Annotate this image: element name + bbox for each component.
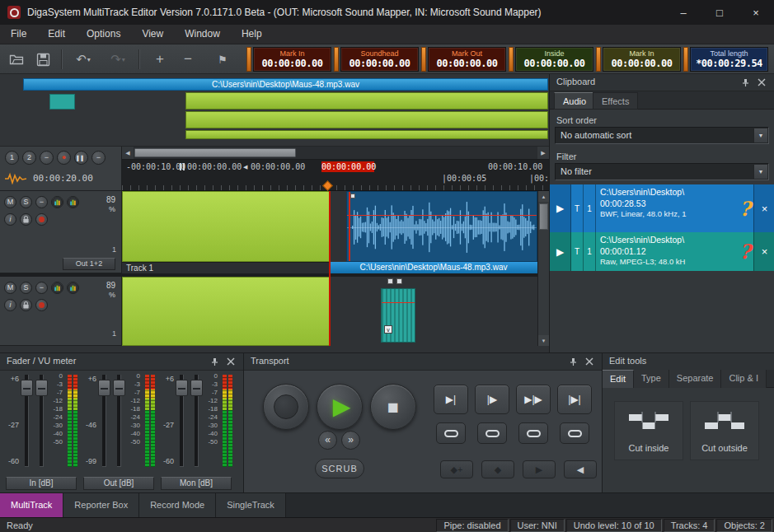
display-grip[interactable] <box>596 47 601 72</box>
clipboard-item-2[interactable]: ▶ T 1 C:\Users\nin\Desktop\ 00:00:01.12 … <box>550 232 774 271</box>
close-panel-icon[interactable] <box>227 357 237 366</box>
open-button[interactable] <box>5 49 28 69</box>
menu-item-view[interactable]: View <box>131 25 174 44</box>
save-button[interactable] <box>31 49 54 69</box>
fader-slider[interactable] <box>176 380 188 396</box>
record-button[interactable] <box>263 384 309 430</box>
skip-forward-button[interactable]: » <box>341 431 360 450</box>
play-from-mark-button[interactable]: |▶ <box>475 385 509 414</box>
loop-button-3[interactable] <box>518 422 548 444</box>
chevron-down-icon[interactable]: ▼ <box>753 128 767 142</box>
tab-effects[interactable]: Effects <box>593 92 638 110</box>
clip-handle[interactable] <box>350 194 355 198</box>
display-grip[interactable] <box>421 47 426 72</box>
undo-dropdown-icon[interactable]: ▾ <box>87 56 91 63</box>
pin-icon[interactable] <box>741 78 751 87</box>
display-grip[interactable] <box>246 47 251 72</box>
zoom-in-button[interactable]: + <box>148 49 171 69</box>
track1-lock-button[interactable] <box>20 213 32 226</box>
vertical-scrollbar[interactable]: ▲ ▼ <box>537 191 549 346</box>
track2-mute-button[interactable]: M <box>4 282 16 294</box>
marker-button[interactable]: ⚑ <box>211 49 234 69</box>
track1-mute-button[interactable]: M <box>4 196 16 208</box>
tab-reporter-box[interactable]: Reporter Box <box>63 493 139 517</box>
channel-1-button[interactable]: 1 <box>5 151 19 165</box>
menu-item-edit[interactable]: Edit <box>37 25 76 44</box>
zoom-out-button[interactable]: − <box>176 49 199 69</box>
track1-output-button[interactable]: Out 1+2 <box>63 258 115 270</box>
track2-info-button[interactable]: i <box>4 299 16 311</box>
redo-dropdown-icon[interactable]: ▾ <box>122 56 125 63</box>
track2-lock-button[interactable] <box>20 299 32 311</box>
tab-clip[interactable]: Clip & I <box>721 370 766 388</box>
menu-item-window[interactable]: Window <box>174 25 231 44</box>
loop-button-4[interactable] <box>560 422 589 444</box>
tab-audio[interactable]: Audio <box>554 92 595 110</box>
clipboard-item-1[interactable]: ▶ T 1 C:\Users\nin\Desktop\ 00:00:28.53 … <box>550 184 774 232</box>
track1-minimize-button[interactable]: − <box>35 196 48 208</box>
fader-slider[interactable] <box>113 380 125 396</box>
menu-item-file[interactable]: File <box>0 25 37 44</box>
clip-volume-line[interactable] <box>347 215 537 216</box>
cut-outside-button[interactable]: Cut outside <box>690 401 759 460</box>
item-play-button[interactable]: ▶ <box>550 184 571 232</box>
track2-meter2-icon[interactable] <box>67 282 79 294</box>
redo-button[interactable]: ↷▾ <box>104 49 132 69</box>
nudge-left-button[interactable]: ◀ <box>564 460 597 478</box>
display-grip[interactable] <box>509 47 514 72</box>
tab-multitrack[interactable]: MultiTrack <box>0 493 63 517</box>
object-volume-line[interactable] <box>382 302 415 303</box>
fader-slider[interactable] <box>98 380 110 396</box>
stop-button[interactable]: ■ <box>370 384 416 430</box>
remove-button[interactable]: − <box>91 151 106 165</box>
clip-track1-waveform[interactable] <box>346 191 537 262</box>
loop-button-2[interactable] <box>477 422 507 444</box>
play-button[interactable]: ▶ <box>317 384 363 430</box>
clip-track2-object[interactable]: v <box>381 288 415 343</box>
overview-clip-1[interactable] <box>185 92 548 110</box>
overview-clip-3[interactable] <box>185 130 548 139</box>
marker-add-button[interactable]: ◆+ <box>440 460 473 478</box>
playhead-line[interactable] <box>329 191 331 346</box>
sort-order-select[interactable]: No automatic sort ▼ <box>555 127 769 144</box>
filter-select[interactable]: No filter ▼ <box>555 163 769 180</box>
item-remove-button[interactable]: × <box>753 232 774 271</box>
play-around-button[interactable]: |▶| <box>557 385 592 414</box>
track1-meter-icon[interactable] <box>51 196 63 208</box>
clip-track2-green[interactable] <box>122 277 330 346</box>
fader-slider[interactable] <box>21 380 33 396</box>
play-to-mark-button[interactable]: ▶| <box>434 385 468 414</box>
tab-edit[interactable]: Edit <box>603 370 634 388</box>
menu-item-options[interactable]: Options <box>76 25 131 44</box>
tab-record-mode[interactable]: Record Mode <box>139 493 216 517</box>
track2-minimize-button[interactable]: − <box>35 282 48 294</box>
item-remove-button[interactable]: × <box>753 184 774 232</box>
fader-slider[interactable] <box>35 380 48 396</box>
track2-meter-icon[interactable] <box>51 282 63 294</box>
scrub-button[interactable]: SCRUB <box>315 459 364 478</box>
tab-type[interactable]: Type <box>634 370 669 388</box>
scroll-left-arrow[interactable]: ◀ <box>122 147 134 159</box>
object-v-marker[interactable]: v <box>384 325 392 334</box>
skip-back-button[interactable]: « <box>318 431 337 450</box>
chevron-down-icon[interactable]: ▼ <box>753 165 767 179</box>
display-grip[interactable] <box>334 47 339 72</box>
horizontal-scrollbar[interactable]: ◀ ▶ <box>122 147 549 160</box>
close-panel-icon[interactable] <box>585 357 595 366</box>
tab-singletrack[interactable]: SingleTrack <box>216 493 286 517</box>
cut-inside-button[interactable]: Cut inside <box>614 401 683 460</box>
track2-solo-button[interactable]: S <box>20 282 32 294</box>
marker-button[interactable]: ◆ <box>481 460 514 478</box>
clip-track1-green[interactable] <box>122 191 330 262</box>
track1-clip-label[interactable]: C:\Users\nin\Desktop\Maus-48.mp3.wav <box>330 262 537 273</box>
track1-solo-button[interactable]: S <box>20 196 32 208</box>
menu-item-help[interactable]: Help <box>231 25 273 44</box>
overview-file-bar[interactable]: C:\Users\nin\Desktop\Maus-48.mp3.wav <box>23 78 548 91</box>
scroll-down-arrow[interactable]: ▼ <box>538 335 549 346</box>
track1-record-arm-button[interactable] <box>35 213 48 226</box>
channel-2-button[interactable]: 2 <box>22 151 36 165</box>
maximize-button[interactable]: □ <box>701 0 738 25</box>
overview-clip-teal[interactable] <box>49 94 75 110</box>
display-grip[interactable] <box>683 47 688 72</box>
horizontal-scroll-thumb[interactable] <box>134 148 296 157</box>
